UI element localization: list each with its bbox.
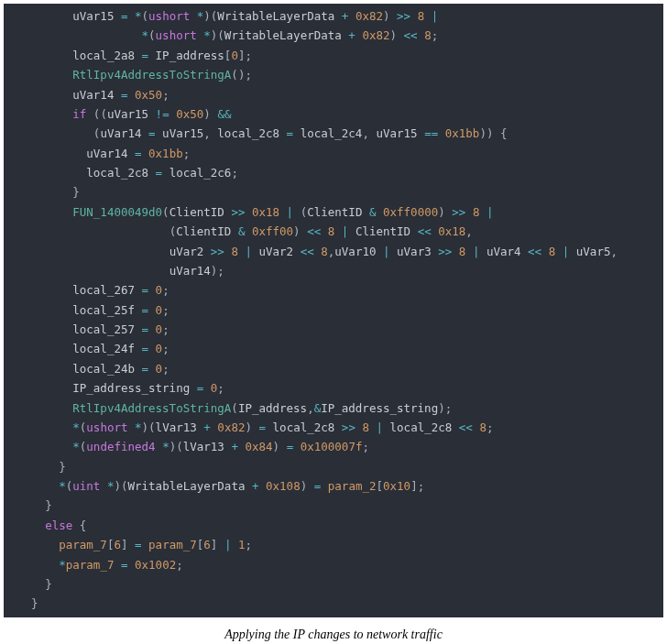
code-token: local_24f — [72, 342, 141, 355]
code-token: } — [45, 577, 52, 591]
code-token — [190, 9, 197, 23]
code-token: 0x82 — [355, 9, 383, 23]
code-token: >> — [211, 245, 224, 258]
code-token: } — [31, 596, 38, 610]
code-token — [100, 479, 107, 493]
code-token: 0x10 — [383, 479, 410, 493]
code-token: 0x1002 — [135, 558, 176, 572]
code-token: ] — [121, 538, 135, 551]
code-token: 6 — [114, 538, 121, 551]
code-token: ; — [246, 538, 253, 551]
code-token: (( — [93, 107, 107, 121]
code-token — [127, 420, 135, 434]
code-token: = — [121, 558, 128, 572]
code-token: 0 — [156, 303, 163, 317]
code-token — [321, 224, 328, 238]
code-token: { — [80, 518, 87, 532]
code-token: 0xff00 — [252, 224, 293, 238]
code-token: , — [610, 245, 618, 258]
code-token: param_2 — [328, 479, 377, 493]
code-token: = — [142, 49, 149, 62]
code-token: RtlIpv4AddressToStringA — [72, 68, 231, 82]
code-token: 0 — [156, 342, 163, 355]
code-token: = — [287, 126, 294, 140]
code-token: uVar15 — [376, 126, 424, 140]
code-token: 0x82 — [362, 28, 389, 42]
code-token: * — [142, 28, 149, 42]
code-token: uVar4 — [479, 245, 528, 258]
code-token — [293, 205, 301, 219]
code-token: 0xff0000 — [383, 205, 438, 219]
code-token: | — [383, 245, 390, 258]
code-token: } — [72, 185, 80, 199]
code-token — [148, 303, 156, 317]
code-token — [142, 147, 149, 160]
code-token: )( — [203, 9, 217, 23]
code-token: ) — [293, 224, 307, 238]
code-token: << — [418, 224, 432, 238]
code-token — [231, 538, 238, 551]
code-token: [ — [377, 479, 384, 493]
code-token: uVar15 — [156, 126, 204, 140]
code-token — [369, 420, 377, 434]
code-token: ) — [301, 479, 314, 493]
code-token: local_24b — [72, 362, 141, 376]
code-token: ) — [203, 107, 217, 121]
code-token — [86, 107, 93, 121]
code-token: >> — [342, 420, 355, 434]
code-token — [245, 224, 252, 238]
code-token: = — [142, 283, 149, 297]
code-token: 0 — [156, 362, 163, 376]
code-token: lVar13 — [183, 440, 232, 453]
code-token: 0 — [156, 322, 163, 336]
code-token — [465, 205, 473, 219]
code-token — [410, 9, 418, 23]
code-token: local_2c8 — [217, 126, 286, 140]
code-token: 6 — [203, 538, 211, 551]
code-token: local_2c8 — [86, 166, 155, 180]
code-token: (); — [231, 68, 252, 82]
code-token: >> — [231, 205, 245, 219]
code-token — [438, 126, 445, 140]
code-token: ushort — [148, 9, 190, 23]
code-token: , — [465, 224, 473, 238]
code-token: 0x84 — [245, 440, 272, 453]
code-token: , — [307, 401, 314, 415]
code-token: | — [487, 205, 494, 219]
code-token — [245, 205, 252, 219]
code-token: )( — [114, 479, 127, 493]
code-token: << — [307, 224, 321, 238]
code-token: 0 — [156, 283, 163, 297]
code-token: 0x100007f — [301, 440, 363, 453]
code-token — [148, 322, 156, 336]
code-token: uVar14 — [72, 88, 121, 102]
code-token: uVar10 — [334, 245, 383, 258]
code-token: uint — [72, 479, 100, 493]
code-token: ( — [231, 401, 238, 415]
code-token: local_257 — [72, 322, 141, 336]
code-token — [541, 245, 549, 258]
code-token: | — [245, 245, 252, 258]
code-token: } — [59, 460, 66, 474]
code-token: ; — [162, 362, 169, 376]
code-token: uVar14 — [100, 126, 148, 140]
code-token — [479, 205, 487, 219]
code-token: * — [135, 420, 142, 434]
code-token: 0 — [231, 49, 238, 62]
code-token — [334, 224, 342, 238]
code-token: 0x50 — [176, 107, 203, 121]
code-token: >> — [397, 9, 410, 23]
code-token: 1 — [238, 538, 246, 551]
code-token: local_2c8 — [383, 420, 459, 434]
code-token: local_2a8 — [72, 49, 141, 62]
code-token — [148, 283, 156, 297]
code-token: * — [162, 440, 169, 453]
code-token: * — [72, 440, 80, 453]
code-token: } — [45, 498, 52, 512]
code-token — [348, 9, 355, 23]
code-token: uVar14 — [86, 147, 135, 160]
code-token: undefined4 — [86, 440, 155, 453]
code-token: 0x1bb — [445, 126, 480, 140]
code-token: uVar3 — [390, 245, 439, 258]
code-token: | — [377, 420, 384, 434]
